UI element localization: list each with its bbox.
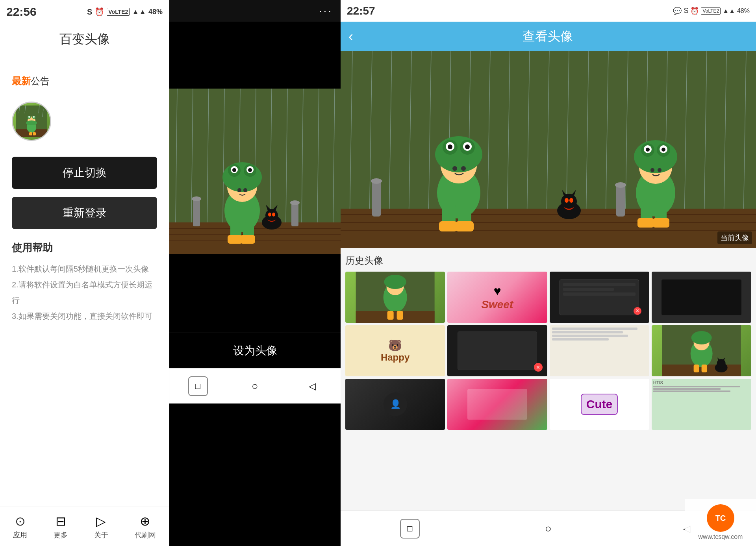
back-button[interactable]: ‹ <box>348 28 353 45</box>
help-line-2: 2.请将软件设置为白名单模式方便长期运行 <box>12 277 157 308</box>
svg-point-7 <box>28 116 30 118</box>
history-title: 历史头像 <box>345 254 751 267</box>
nav-square-btn-right[interactable]: □ <box>400 519 420 539</box>
svg-rect-96 <box>456 221 474 231</box>
s-icon-right: S <box>684 7 688 15</box>
history-item-10[interactable] <box>447 379 547 430</box>
history-item-1[interactable] <box>345 272 445 323</box>
signal-right: ▲▲ <box>723 7 735 15</box>
svg-text:👤: 👤 <box>390 399 401 409</box>
battery-left: 48% <box>148 8 163 16</box>
announcement-label: 最新公告 <box>12 75 157 87</box>
relogin-button[interactable]: 重新登录 <box>12 197 157 229</box>
svg-point-54 <box>237 188 241 192</box>
time-right: 22:57 <box>347 5 375 17</box>
set-avatar-button[interactable]: 设为头像 <box>169 343 341 358</box>
bottom-nav-middle: □ ○ ◁ <box>169 368 341 403</box>
circle-icon: ○ <box>252 380 258 392</box>
svg-point-98 <box>435 136 482 172</box>
tc-logo: TC <box>707 504 734 532</box>
bottom-nav-left: ⊙ 应用 ⊟ 更多 ▷ 关于 ⊕ 代刷网 <box>0 507 169 546</box>
nav-item-more[interactable]: ⊟ 更多 <box>54 514 68 540</box>
app-title: 百变头像 <box>59 31 110 48</box>
more-icon: ⊟ <box>56 514 66 529</box>
nav-square-btn[interactable]: □ <box>188 376 208 396</box>
svg-point-36 <box>265 209 278 222</box>
help-line-1: 1.软件默认每间隔5秒随机更换一次头像 <box>12 261 157 277</box>
history-item-5[interactable]: 🐻 Happy <box>345 325 445 376</box>
svg-point-125 <box>384 275 406 289</box>
svg-point-53 <box>248 168 252 172</box>
svg-rect-33 <box>291 203 298 226</box>
svg-point-47 <box>222 162 262 192</box>
svg-rect-45 <box>240 235 255 244</box>
svg-point-90 <box>565 198 569 203</box>
help-section: 使用帮助 1.软件默认每间隔5秒随机更换一次头像 2.请将软件设置为白名单模式方… <box>12 241 157 324</box>
svg-rect-10 <box>33 132 36 135</box>
history-img-1 <box>345 272 445 323</box>
help-line-3: 3.如果需要关闭功能，直接关闭软件即可 <box>12 308 157 324</box>
avatar-svg <box>16 105 47 137</box>
svg-point-121 <box>658 168 662 172</box>
nav-circle-btn-right[interactable]: ○ <box>538 519 558 539</box>
history-item-11[interactable]: Cute <box>550 379 649 430</box>
svg-rect-127 <box>387 311 394 320</box>
three-dots-menu[interactable]: ··· <box>319 5 333 17</box>
history-img-9: 👤 <box>382 391 409 418</box>
square-icon-right: □ <box>407 524 412 534</box>
svg-rect-95 <box>439 221 457 231</box>
main-avatar-svg <box>341 51 756 248</box>
panel-left: 22:56 S ⏰ VoLTE2 ▲▲ 48% 百变头像 最新公告 <box>0 0 169 546</box>
panel-right: 22:57 💬 S ⏰ VoLTE2 ▲▲ 48% ‹ 查看头像 <box>341 0 756 546</box>
svg-point-87 <box>561 194 577 209</box>
svg-rect-82 <box>372 181 381 217</box>
alarm-icon-right: ⏰ <box>690 7 699 15</box>
set-avatar-bar: 设为头像 <box>169 333 341 368</box>
alarm-icon: ⏰ <box>94 7 104 17</box>
history-item-9[interactable]: 👤 <box>345 379 445 430</box>
about-icon: ▷ <box>96 514 106 529</box>
volte-badge: VoLTE2 <box>107 8 130 16</box>
media-black-bottom <box>169 254 341 333</box>
svg-point-32 <box>192 196 201 201</box>
sweet-label: Sweet <box>481 298 513 311</box>
svg-point-103 <box>448 144 452 149</box>
history-grid: ♥ Sweet ✕ <box>345 272 751 430</box>
nav-item-proxy[interactable]: ⊕ 代刷网 <box>135 514 156 540</box>
svg-point-118 <box>646 148 650 152</box>
nav-label-more: 更多 <box>54 530 68 540</box>
wechat-icon: 💬 <box>673 7 682 15</box>
history-item-4[interactable] <box>652 272 751 323</box>
history-item-2[interactable]: ♥ Sweet <box>447 272 547 323</box>
history-item-3[interactable]: ✕ <box>550 272 649 323</box>
history-item-12[interactable]: HTIS <box>652 379 751 430</box>
stop-switch-button[interactable]: 停止切换 <box>12 157 157 189</box>
svg-point-40 <box>272 213 275 217</box>
avatar <box>12 102 51 141</box>
proxy-icon: ⊕ <box>140 514 150 529</box>
history-item-6[interactable]: ✕ <box>447 325 547 376</box>
status-icons-right: 💬 S ⏰ VoLTE2 ▲▲ 48% <box>673 7 750 15</box>
history-item-7[interactable] <box>550 325 649 376</box>
svg-point-4 <box>26 120 37 125</box>
nav-label-proxy: 代刷网 <box>135 530 156 540</box>
nav-item-about[interactable]: ▷ 关于 <box>94 514 108 540</box>
avatar-container <box>12 102 157 141</box>
history-item-8[interactable] <box>652 325 751 376</box>
svg-rect-9 <box>29 132 32 135</box>
svg-rect-84 <box>616 185 625 217</box>
battery-right: 48% <box>737 7 750 15</box>
nav-triangle-btn[interactable]: ◁ <box>302 376 322 396</box>
nav-item-app[interactable]: ⊙ 应用 <box>13 514 27 540</box>
svg-rect-134 <box>693 365 699 372</box>
svg-point-106 <box>461 166 466 171</box>
anime-bg-svg <box>169 89 341 254</box>
svg-point-8 <box>33 116 35 118</box>
svg-point-119 <box>662 148 665 152</box>
triangle-icon: ◁ <box>309 381 316 392</box>
nav-circle-btn[interactable]: ○ <box>245 376 265 396</box>
svg-point-85 <box>615 182 626 188</box>
s-icon: S <box>87 7 92 17</box>
label-new: 最新 <box>12 76 31 86</box>
nav-label-about: 关于 <box>94 530 108 540</box>
